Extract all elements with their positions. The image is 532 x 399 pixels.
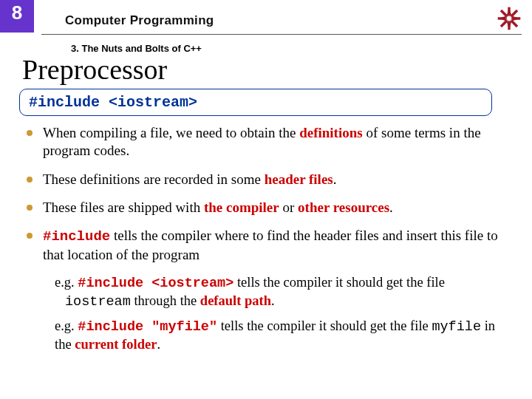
example-item: e.g. #include "myfile" tells the compile… [55,318,514,353]
emphasis: the compiler [204,200,279,215]
text: These files are shipped with [43,200,204,215]
text: . [157,337,160,352]
text: . [333,171,337,187]
bullet-dot-icon [27,177,33,183]
emphasis: header files [265,171,333,187]
emphasis: default path [200,293,271,308]
header: 8 Computer Programming [0,0,532,35]
text: tells the compiler it should get the fil… [217,318,432,333]
bullet-dot-icon [27,233,33,239]
text: When compiling a file, we need to obtain… [43,125,299,140]
code: myfile [432,319,481,335]
bullet-item: When compiling a file, we need to obtain… [27,124,514,160]
text: . [389,200,393,215]
bullet-item: These files are shipped with the compile… [27,199,514,216]
code: iostream [65,294,131,310]
emphasis: definitions [299,125,363,140]
text: . [271,293,275,308]
examples: e.g. #include <iostream> tells the compi… [55,274,514,354]
slide-number: 8 [0,0,34,33]
code-snippet-box: #include <iostream> [19,89,492,116]
header-underline [41,34,522,35]
bullet-item: #include tells the compiler where to fin… [27,227,514,264]
code-keyword: #include [43,228,110,245]
text: tells the compiler it should get the fil… [233,275,445,290]
text: These definitions are recorded in some [43,171,265,187]
bullet-list: When compiling a file, we need to obtain… [27,124,514,361]
slide-title: Preprocessor [22,53,167,86]
chapter-label: 3. The Nuts and Bolts of C++ [71,43,202,54]
text: or [279,200,298,215]
university-logo-icon [497,6,522,31]
bullet-item: These definitions are recorded in some h… [27,171,514,188]
text: e.g. [55,275,78,290]
course-title: Computer Programming [65,13,214,28]
text: through the [131,293,200,308]
code: #include <iostream> [78,276,233,291]
text: e.g. [55,318,78,333]
emphasis: current folder [75,337,157,352]
bullet-dot-icon [27,130,33,136]
bullet-dot-icon [27,205,33,211]
text: tells the compiler where to find the hea… [43,228,498,262]
emphasis: other resources [298,200,389,215]
code: #include "myfile" [78,319,217,335]
example-item: e.g. #include <iostream> tells the compi… [55,274,514,310]
